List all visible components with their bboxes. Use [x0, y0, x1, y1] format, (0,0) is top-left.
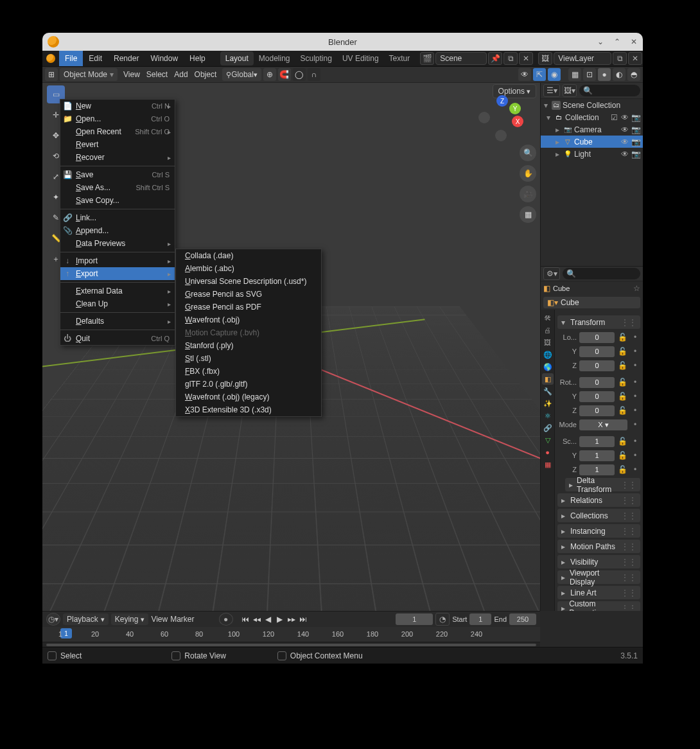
file-menu-open-[interactable]: 📁Open...Ctrl O [60, 112, 175, 125]
export-wavefront-obj-[interactable]: Wavefront (.obj) [176, 313, 321, 326]
display-mode-icon[interactable]: 🖼▾ [563, 84, 577, 97]
rotation-mode[interactable]: X ▾ [579, 419, 627, 430]
panel-instancing[interactable]: ▸Instancing⋮⋮ [557, 524, 640, 538]
3d-viewport[interactable]: Options ▾ Z Y X 🔍 ✋ 🎥 ▦ 📄NewCtrl N▸📁Open… [42, 83, 540, 611]
file-menu-new[interactable]: 📄NewCtrl N▸ [60, 100, 175, 112]
camera-view-icon[interactable]: 🎥 [520, 186, 536, 202]
pin-icon[interactable]: 📌 [488, 52, 502, 65]
export-alembic-abc-[interactable]: Alembic (.abc) [176, 262, 321, 275]
mode-dropdown[interactable]: Object Mode ▾ [60, 68, 118, 81]
panel-visibility[interactable]: ▸Visibility⋮⋮ [557, 555, 640, 568]
outliner-item-collection[interactable]: ▾🗀 Collection☑👁📷 [541, 111, 643, 123]
outliner-search[interactable]: 🔍 [579, 85, 640, 96]
gizmo-icon[interactable]: ⇱ [533, 68, 546, 81]
gizmo-z[interactable]: Z [496, 95, 508, 107]
delete-scene-icon[interactable]: ✕ [519, 52, 533, 65]
num-field[interactable]: 0 [579, 391, 615, 402]
panel-line-art[interactable]: ▸Line Art⋮⋮ [557, 586, 640, 599]
menu-file[interactable]: File [59, 51, 83, 66]
tab-object[interactable]: ◧ [542, 373, 554, 385]
start-frame[interactable]: 1 [469, 613, 491, 625]
visibility-icon[interactable]: 👁 [518, 68, 531, 81]
timeline-track[interactable]: 1 120406080100120140160180200220240 [42, 627, 540, 642]
tab-world[interactable]: 🌎 [542, 361, 554, 373]
pin-icon[interactable]: ☆ [633, 284, 640, 293]
end-frame[interactable]: 250 [509, 613, 536, 625]
num-field[interactable]: 1 [579, 464, 615, 475]
timeline-scrollbar[interactable] [42, 642, 540, 647]
tab-textur[interactable]: Textur [384, 51, 416, 66]
header-menu-object[interactable]: Object [195, 70, 217, 79]
menu-help[interactable]: Help [184, 51, 211, 66]
perspective-icon[interactable]: ▦ [520, 206, 536, 223]
tab-scene[interactable]: 🌐 [542, 349, 554, 360]
timeline-editor-icon[interactable]: ◷▾ [46, 613, 60, 626]
file-menu-recover[interactable]: Recover▸ [60, 151, 175, 164]
properties-editor-icon[interactable]: ⚙▾ [543, 267, 560, 280]
num-field[interactable]: 1 [579, 436, 615, 447]
maximize-icon[interactable]: ⌃ [612, 37, 622, 47]
snap-icon[interactable]: 🧲 [278, 68, 291, 81]
outliner-item-light[interactable]: ▸💡 Light👁📷 [541, 148, 643, 160]
export-fbx-fbx-[interactable]: FBX (.fbx) [176, 365, 321, 378]
menu-edit[interactable]: Edit [83, 51, 108, 66]
file-menu-external-data[interactable]: External Data▸ [60, 285, 175, 297]
gizmo-x[interactable]: X [512, 116, 523, 127]
export-gltf-2-0-glb-gltf-[interactable]: glTF 2.0 (.glb/.gltf) [176, 378, 321, 391]
xray-icon[interactable]: ▦ [568, 68, 581, 81]
tab-sculpting[interactable]: Sculpting [295, 51, 337, 66]
file-menu-save-copy-[interactable]: Save Copy... [60, 194, 175, 207]
viewlayer-name-field[interactable]: ViewLayer [554, 52, 611, 65]
scene-name-field[interactable]: Scene [435, 52, 487, 65]
autokey-icon[interactable]: ● [219, 613, 233, 626]
file-menu-quit[interactable]: ⏻QuitCtrl Q [60, 332, 175, 345]
file-menu-revert[interactable]: Revert [60, 138, 175, 151]
file-menu-defaults[interactable]: Defaults▸ [60, 315, 175, 328]
playback-menu[interactable]: Playback ▾ [63, 613, 109, 625]
new-scene-icon[interactable]: ⧉ [503, 52, 518, 65]
tab-texture[interactable]: ▦ [542, 459, 554, 470]
outliner-scene-collection[interactable]: ▾🗂 Scene Collection [541, 99, 643, 111]
header-menu-select[interactable]: Select [146, 70, 168, 79]
tab-viewlayer[interactable]: 🖼 [542, 337, 554, 348]
num-field[interactable]: 0 [579, 377, 615, 388]
export-collada-dae-[interactable]: Collada (.dae) [176, 249, 321, 262]
outliner-item-cube[interactable]: ▸▽ Cube👁📷 [541, 136, 643, 148]
current-frame[interactable]: 1 [396, 613, 433, 625]
wireframe-icon[interactable]: ⊡ [583, 68, 596, 81]
file-menu-data-previews[interactable]: Data Previews▸ [60, 237, 175, 250]
rendered-icon[interactable]: ◓ [627, 68, 640, 81]
nav-gizmo[interactable]: Z Y X [482, 99, 521, 137]
file-menu-export[interactable]: ↑Export▸ [60, 267, 175, 280]
export-grease-pencil-as-pdf[interactable]: Grease Pencil as PDF [176, 301, 321, 313]
tab-material[interactable]: ● [542, 446, 554, 458]
export-stl-stl-[interactable]: Stl (.stl) [176, 352, 321, 365]
panel-custom-properties[interactable]: ▸Custom Properties⋮⋮ [557, 601, 640, 611]
tab-data[interactable]: ▽ [542, 434, 554, 446]
header-menu-add[interactable]: Add [174, 70, 188, 79]
view-menu[interactable]: View [151, 615, 168, 624]
close-icon[interactable]: ✕ [629, 37, 639, 47]
blender-icon[interactable] [42, 51, 59, 66]
datablock-name[interactable]: ◧▾ Cube [543, 297, 640, 308]
outliner-editor-icon[interactable]: ☰▾ [543, 84, 560, 97]
matprev-icon[interactable]: ◐ [613, 68, 626, 81]
jump-end-icon[interactable]: ⏭ [297, 613, 309, 625]
solid-icon[interactable]: ● [598, 68, 611, 81]
export-grease-pencil-as-svg[interactable]: Grease Pencil as SVG [176, 288, 321, 301]
delete-viewlayer-icon[interactable]: ✕ [628, 52, 642, 65]
num-field[interactable]: 0 [579, 405, 615, 416]
pan-icon[interactable]: ✋ [520, 165, 536, 182]
header-menu-view[interactable]: View [123, 70, 140, 79]
num-field[interactable]: 0 [579, 346, 615, 357]
tab-constraints[interactable]: 🔗 [542, 422, 554, 434]
file-menu-save-as-[interactable]: Save As...Shift Ctrl S [60, 181, 175, 194]
marker-menu[interactable]: Marker [170, 615, 194, 624]
falloff-icon[interactable]: ∩ [308, 68, 320, 81]
pivot-icon[interactable]: ⊕ [263, 68, 276, 81]
panel-transform[interactable]: ▾Transform⋮⋮ [557, 315, 640, 329]
keyframe-next-icon[interactable]: ▸▸ [286, 613, 297, 625]
overlay-icon[interactable]: ◉ [548, 68, 561, 81]
scene-browse-icon[interactable]: 🎬 [420, 52, 434, 65]
panel-collections[interactable]: ▸Collections⋮⋮ [557, 509, 640, 522]
